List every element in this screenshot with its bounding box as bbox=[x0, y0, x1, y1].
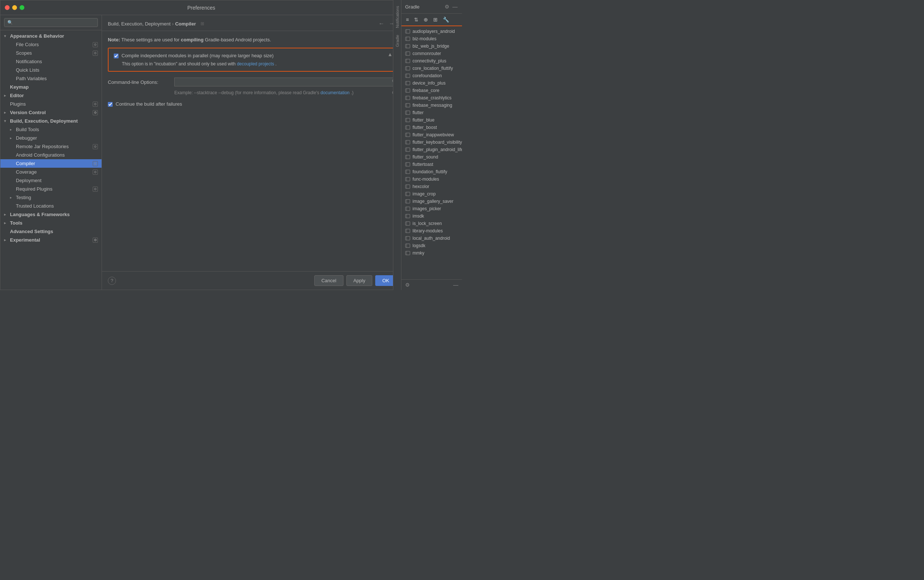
gradle-module-item[interactable]: flutter_plugin_android_lifecycle bbox=[401, 146, 462, 153]
sidebar-item-experimental[interactable]: Experimental ⚙ bbox=[0, 236, 102, 244]
arrow-icon bbox=[10, 195, 15, 199]
sidebar-item-tools[interactable]: Tools bbox=[0, 219, 102, 227]
sidebar-item-version-control[interactable]: Version Control ⚙ bbox=[0, 108, 102, 117]
gradle-close-button[interactable]: — bbox=[452, 3, 458, 10]
gradle-module-item[interactable]: is_lock_screen bbox=[401, 220, 462, 227]
sidebar-item-quick-lists[interactable]: Quick Lists bbox=[0, 66, 102, 74]
side-tab-gradle[interactable]: Gradle bbox=[394, 32, 401, 50]
gradle-module-label: device_info_plus bbox=[413, 81, 446, 86]
gradle-module-item[interactable]: commonrouter bbox=[401, 50, 462, 57]
gradle-module-item[interactable]: image_gallery_saver bbox=[401, 198, 462, 205]
gradle-module-item[interactable]: hexcolor bbox=[401, 183, 462, 190]
gradle-module-item[interactable]: flutter_keyboard_visibility bbox=[401, 138, 462, 146]
gradle-footer-minimize-button[interactable]: — bbox=[453, 282, 458, 288]
documentation-link[interactable]: documentation bbox=[321, 90, 350, 95]
sidebar-item-build-tools[interactable]: Build Tools bbox=[0, 125, 102, 134]
apply-button[interactable]: Apply bbox=[347, 275, 373, 286]
minimize-button[interactable] bbox=[12, 5, 17, 10]
gradle-module-item[interactable]: firebase_core bbox=[401, 87, 462, 94]
gradle-module-item[interactable]: audioplayers_android bbox=[401, 28, 462, 35]
gradle-module-item[interactable]: firebase_crashlytics bbox=[401, 94, 462, 102]
collapse-button[interactable]: ▲ bbox=[387, 51, 393, 57]
sidebar-item-build-execution-deployment[interactable]: Build, Execution, Deployment bbox=[0, 117, 102, 125]
sidebar-item-remote-jar-repositories[interactable]: Remote Jar Repositories ⚙ bbox=[0, 142, 102, 151]
sidebar-item-languages-frameworks[interactable]: Languages & Frameworks bbox=[0, 210, 102, 219]
gradle-module-item[interactable]: mmky bbox=[401, 249, 462, 257]
sidebar-item-debugger[interactable]: Debugger bbox=[0, 134, 102, 142]
sidebar-item-appearance-behavior[interactable]: Appearance & Behavior bbox=[0, 32, 102, 40]
gradle-toolbar-btn-4[interactable]: ⊞ bbox=[432, 16, 439, 23]
sidebar-item-android-configurations[interactable]: Android Configurations bbox=[0, 151, 102, 159]
sidebar-item-label: Testing bbox=[16, 195, 98, 200]
sidebar-item-required-plugins[interactable]: Required Plugins ⚙ bbox=[0, 185, 102, 193]
sidebar-item-testing[interactable]: Testing bbox=[0, 193, 102, 202]
sidebar-item-advanced-settings[interactable]: Advanced Settings bbox=[0, 227, 102, 236]
settings-icon: ⚙ bbox=[93, 144, 98, 149]
sidebar-item-deployment[interactable]: Deployment bbox=[0, 176, 102, 185]
gradle-module-item[interactable]: corefoundation bbox=[401, 72, 462, 79]
help-button[interactable]: ? bbox=[108, 277, 116, 285]
gradle-module-label: flutter_blue bbox=[413, 117, 434, 123]
nav-back-button[interactable]: ← bbox=[377, 20, 386, 28]
gradle-toolbar-btn-2[interactable]: ⇅ bbox=[413, 16, 420, 23]
gradle-settings-button[interactable]: ⚙ bbox=[444, 3, 450, 10]
gradle-toolbar-btn-3[interactable]: ⊕ bbox=[422, 16, 429, 23]
decoupled-projects-link[interactable]: decoupled projects bbox=[237, 61, 274, 66]
sidebar-item-plugins[interactable]: Plugins ⚙ bbox=[0, 100, 102, 108]
gradle-module-item[interactable]: library-modules bbox=[401, 227, 462, 235]
gradle-module-item[interactable]: func-modules bbox=[401, 175, 462, 183]
svg-rect-56 bbox=[406, 236, 410, 240]
traffic-lights bbox=[5, 5, 25, 10]
gradle-module-label: fluttertoast bbox=[413, 162, 433, 167]
compile-parallel-label[interactable]: Compile independent modules in parallel … bbox=[122, 53, 274, 58]
compile-parallel-checkbox[interactable] bbox=[114, 54, 118, 58]
maximize-button[interactable] bbox=[20, 5, 25, 10]
sidebar-item-label: File Colors bbox=[16, 42, 91, 47]
continue-build-checkbox[interactable] bbox=[108, 102, 113, 107]
svg-rect-28 bbox=[406, 133, 410, 137]
sidebar-item-notifications[interactable]: Notifications bbox=[0, 57, 102, 66]
gradle-module-item[interactable]: core_location_fluttify bbox=[401, 65, 462, 72]
gradle-module-item[interactable]: local_auth_android bbox=[401, 235, 462, 242]
gradle-module-item[interactable]: flutter bbox=[401, 109, 462, 116]
gradle-module-item[interactable]: flutter_boost bbox=[401, 124, 462, 131]
settings-icon: ⚙ bbox=[93, 110, 98, 115]
svg-rect-40 bbox=[406, 177, 410, 181]
sidebar-item-keymap[interactable]: Keymap bbox=[0, 83, 102, 91]
gradle-toolbar-btn-5[interactable]: 🔧 bbox=[441, 16, 450, 23]
svg-rect-42 bbox=[406, 185, 410, 188]
gradle-module-item[interactable]: flutter_sound bbox=[401, 153, 462, 161]
gradle-module-item[interactable]: images_picker bbox=[401, 205, 462, 213]
gradle-module-item[interactable]: firebase_messaging bbox=[401, 102, 462, 109]
sidebar-item-scopes[interactable]: Scopes ⚙ bbox=[0, 49, 102, 57]
sidebar-item-coverage[interactable]: Coverage ⚙ bbox=[0, 168, 102, 176]
gradle-module-icon bbox=[405, 169, 410, 175]
close-button[interactable] bbox=[5, 5, 10, 10]
gradle-module-item[interactable]: flutter_inappwebview bbox=[401, 131, 462, 138]
svg-rect-30 bbox=[406, 140, 410, 144]
side-tab-notifications[interactable]: Notifications bbox=[394, 3, 401, 31]
continue-build-label[interactable]: Continue the build after failures bbox=[115, 101, 182, 107]
gradle-toolbar-btn-1[interactable]: ≡ bbox=[404, 16, 410, 23]
gradle-module-item[interactable]: flutter_blue bbox=[401, 116, 462, 124]
sidebar-item-compiler[interactable]: Compiler ⚙ bbox=[0, 159, 102, 168]
gradle-module-icon bbox=[405, 36, 410, 41]
gradle-footer-settings-button[interactable]: ⚙ bbox=[405, 282, 410, 288]
cancel-button[interactable]: Cancel bbox=[314, 275, 343, 286]
gradle-module-item[interactable]: biz_web_js_bridge bbox=[401, 43, 462, 50]
sidebar-item-file-colors[interactable]: File Colors ⚙ bbox=[0, 40, 102, 49]
gradle-module-item[interactable]: logsdk bbox=[401, 242, 462, 249]
search-input[interactable] bbox=[4, 18, 98, 27]
gradle-module-item[interactable]: biz-modules bbox=[401, 35, 462, 43]
cmdline-input[interactable] bbox=[174, 77, 396, 86]
incubation-text-after: . bbox=[275, 61, 276, 66]
gradle-module-item[interactable]: device_info_plus bbox=[401, 79, 462, 87]
gradle-module-item[interactable]: fluttertoast bbox=[401, 161, 462, 168]
gradle-module-item[interactable]: connectivity_plus bbox=[401, 57, 462, 65]
gradle-module-item[interactable]: foundation_fluttify bbox=[401, 168, 462, 175]
sidebar-item-path-variables[interactable]: Path Variables bbox=[0, 74, 102, 83]
gradle-module-item[interactable]: imsdk bbox=[401, 213, 462, 220]
gradle-module-item[interactable]: image_crop bbox=[401, 190, 462, 198]
sidebar-item-trusted-locations[interactable]: Trusted Locations bbox=[0, 202, 102, 210]
sidebar-item-editor[interactable]: Editor bbox=[0, 91, 102, 100]
